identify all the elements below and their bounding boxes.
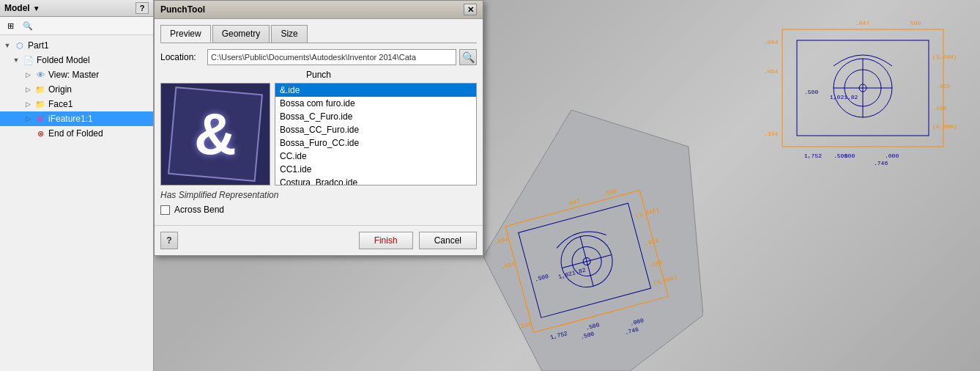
tree-item-label-view-master: View: Master [48, 70, 99, 80]
expand-folded-model[interactable]: ▼ [12, 56, 21, 65]
tree-item-folded-model[interactable]: ▼ 📄 Folded Model [0, 53, 153, 67]
panel-title: Model ▼ [4, 3, 40, 13]
panel-dropdown-icon[interactable]: ▼ [33, 4, 40, 12]
expand-end-folded [23, 129, 32, 138]
panel-header: Model ▼ ? [0, 0, 153, 17]
list-item-6[interactable]: CC1.ide [275, 163, 476, 176]
tree-item-label-ifeature11: iFeature1:1 [48, 114, 93, 124]
tree-item-label-face1: Face1 [48, 99, 73, 109]
list-item-0[interactable]: &.ide [275, 84, 476, 97]
svg-text:.047: .047 [855, 20, 869, 26]
svg-text:.094: .094 [494, 235, 509, 246]
svg-text:.094: .094 [500, 260, 516, 271]
punch-label: Punch [160, 70, 477, 80]
svg-text:1,752: 1,752 [549, 330, 568, 341]
dialog-footer: ? Finish Cancel [155, 225, 483, 255]
face1-icon: 📁 [34, 98, 46, 110]
list-item-4[interactable]: Bossa_Furo_CC.ide [275, 136, 476, 150]
across-bend-row: Across Bend [160, 205, 477, 215]
tab-geometry[interactable]: Geometry [212, 25, 270, 43]
svg-text:(4,000): (4,000) [932, 123, 957, 130]
svg-text:.094: .094 [764, 68, 778, 75]
panel-help-btn[interactable]: ? [136, 2, 149, 14]
search-icon[interactable]: 🔍 [21, 18, 35, 33]
cad-drawing-top-right: .047 .500 (3,448) .094 .926 .094 .198 (4… [760, 15, 965, 176]
dialog-titlebar[interactable]: PunchTool ✕ [155, 1, 483, 19]
svg-text:.746: .746 [624, 326, 639, 337]
part1-icon: ⬡ [14, 40, 26, 51]
view-master-icon: 👁 [34, 69, 46, 81]
svg-text:1,021.82: 1,021.82 [830, 94, 858, 100]
filter-icon[interactable]: ⊞ [3, 18, 18, 33]
dialog-body: Preview Geometry Size Location: 🔍 [155, 19, 483, 225]
browse-button[interactable]: 🔍 [459, 49, 477, 65]
svg-text:.500: .500 [907, 20, 921, 26]
punch-section: Punch & &.ide Bossa com furo.ide [160, 70, 477, 186]
tab-size[interactable]: Size [271, 25, 307, 43]
expand-part1[interactable]: ▼ [3, 41, 12, 50]
punchtool-dialog: PunchTool ✕ Preview Geometry Size [154, 0, 483, 256]
svg-text:.198: .198 [647, 259, 663, 269]
svg-text:.926: .926 [644, 237, 659, 247]
svg-rect-31 [519, 203, 651, 317]
tree-item-label-origin: Origin [48, 84, 72, 95]
tree-item-part1[interactable]: ▼ ⬡ Part1 [0, 38, 153, 53]
preview-ampersand-symbol: & [194, 100, 237, 168]
punch-content: & &.ide Bossa com furo.ide Bossa_C_Furo.… [160, 83, 477, 186]
panel-title-text: Model [4, 3, 30, 13]
expand-face1[interactable]: ▷ [23, 100, 32, 109]
svg-text:.000: .000 [885, 153, 899, 159]
tab-preview[interactable]: Preview [160, 25, 211, 43]
main-area: .047 .500 (3,448) .094 .926 .094 .198 (4… [154, 0, 980, 371]
list-item-3[interactable]: Bossa_CC_Furo.ide [275, 123, 476, 136]
tree-item-label-part1: Part1 [28, 40, 49, 51]
help-button[interactable]: ? [160, 232, 178, 249]
svg-text:.198: .198 [932, 105, 946, 111]
tree-item-label-folded-model: Folded Model [37, 55, 90, 65]
svg-text:.500: .500 [579, 330, 595, 340]
svg-text:.334: .334 [516, 320, 532, 331]
tree-item-view-master[interactable]: ▷ 👁 View: Master [0, 67, 153, 82]
footer-buttons: Finish Cancel [359, 232, 477, 249]
dialog-title: PunchTool [160, 4, 205, 15]
tree-item-label-end-folded: End of Folded [48, 128, 103, 139]
svg-text:.746: .746 [874, 160, 888, 166]
finish-button[interactable]: Finish [359, 232, 413, 249]
list-item-2[interactable]: Bossa_C_Furo.ide [275, 110, 476, 123]
tree-item-end-of-folded[interactable]: ⊗ End of Folded [0, 126, 153, 141]
list-item-7[interactable]: Costura_Bradco.ide [275, 176, 476, 186]
expand-view-master[interactable]: ▷ [23, 70, 32, 79]
tree-item-ifeature11[interactable]: ▷ ⬟ iFeature1:1 [0, 111, 153, 126]
svg-line-36 [580, 237, 593, 287]
folded-model-icon: 📄 [23, 54, 34, 66]
expand-origin[interactable]: ▷ [23, 85, 32, 94]
panel-toolbar: ⊞ 🔍 [0, 17, 153, 35]
list-wrapper: &.ide Bossa com furo.ide Bossa_C_Furo.id… [275, 83, 477, 186]
svg-text:.334: .334 [764, 131, 778, 137]
svg-text:.094: .094 [764, 39, 778, 45]
punch-list[interactable]: &.ide Bossa com furo.ide Bossa_C_Furo.id… [275, 83, 477, 186]
dialog-close-button[interactable]: ✕ [464, 4, 477, 15]
location-input[interactable] [207, 49, 456, 65]
location-label: Location: [160, 52, 204, 62]
svg-text:1,752: 1,752 [804, 153, 822, 159]
svg-text:.500: .500 [834, 153, 847, 159]
tab-bar: Preview Geometry Size [160, 25, 477, 43]
left-panel: Model ▼ ? ⊞ 🔍 ▼ ⬡ Part1 ▼ 📄 Folded Model… [0, 0, 154, 371]
svg-text:.047: .047 [565, 197, 581, 207]
tree-container: ▼ ⬡ Part1 ▼ 📄 Folded Model ▷ 👁 View: Mas… [0, 35, 153, 371]
location-row: Location: 🔍 [160, 49, 477, 65]
tree-item-face1[interactable]: ▷ 📁 Face1 [0, 97, 153, 111]
cancel-button[interactable]: Cancel [419, 232, 477, 249]
list-item-1[interactable]: Bossa com furo.ide [275, 97, 476, 110]
across-bend-checkbox[interactable] [160, 205, 170, 215]
tree-item-origin[interactable]: ▷ 📁 Origin [0, 82, 153, 97]
svg-text:.500: .500 [804, 89, 818, 95]
ifeature-icon: ⬟ [34, 113, 46, 125]
list-item-5[interactable]: CC.ide [275, 150, 476, 163]
expand-ifeature11[interactable]: ▷ [23, 114, 32, 123]
cad-background: .047 .500 (3,448) .094 .926 .094 .198 (4… [154, 0, 980, 371]
across-bend-label: Across Bend [174, 205, 224, 215]
simplified-rep-text: Has Simplified Representation [160, 190, 477, 200]
preview-image: & [160, 83, 270, 186]
